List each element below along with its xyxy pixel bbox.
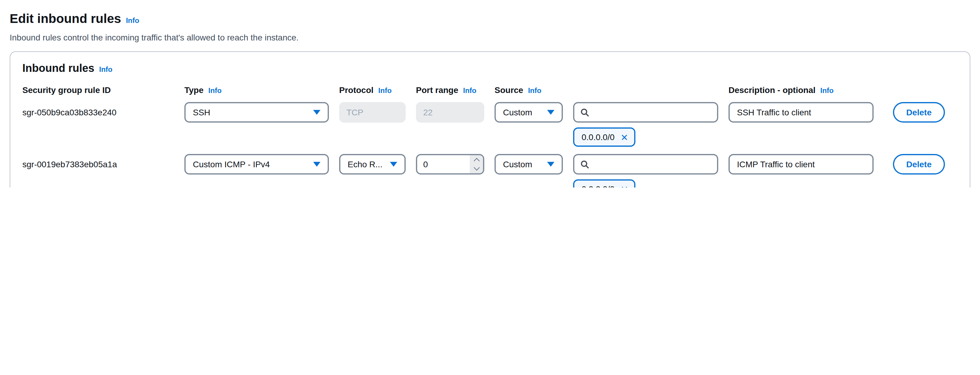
port-range-field-disabled: 22 <box>416 102 484 123</box>
source-token: 0.0.0.0/0 ✕ <box>573 127 635 147</box>
description-input[interactable]: ICMP Traffic to client <box>729 154 873 174</box>
source-info-link[interactable]: Info <box>528 86 541 95</box>
chevron-up-icon <box>473 158 479 164</box>
column-header-description: Description - optionalInfo <box>729 85 873 95</box>
chevron-down-icon <box>313 110 320 115</box>
source-search-input[interactable] <box>573 154 718 174</box>
protocol-info-link[interactable]: Info <box>379 86 392 95</box>
page-title-info-link[interactable]: Info <box>126 16 139 25</box>
type-select[interactable]: SSH <box>185 102 329 123</box>
table-header-row: Security group rule ID TypeInfo Protocol… <box>22 85 958 95</box>
remove-source-token-icon[interactable]: ✕ <box>620 133 628 142</box>
description-info-link[interactable]: Info <box>820 86 834 95</box>
column-header-protocol: ProtocolInfo <box>339 85 406 95</box>
page-subtitle: Inbound rules control the incoming traff… <box>10 32 970 43</box>
type-info-link[interactable]: Info <box>208 86 221 95</box>
protocol-field-disabled: TCP <box>339 102 406 123</box>
search-icon <box>581 108 589 117</box>
port-range-value[interactable]: 0 <box>417 155 470 173</box>
chevron-down-icon <box>547 162 554 167</box>
protocol-select[interactable]: Echo R... <box>339 154 406 174</box>
delete-rule-button[interactable]: Delete <box>893 154 945 174</box>
rule-row-ssh: sgr-050b9ca03b833e240 SSH TCP 22 Custom … <box>22 102 958 147</box>
port-range-info-link[interactable]: Info <box>463 86 476 95</box>
panel-title-info-link[interactable]: Info <box>99 65 113 74</box>
rule-id: sgr-0019eb7383eb05a1a <box>22 160 174 169</box>
inbound-rules-panel: Inbound rules Info Security group rule I… <box>10 51 970 188</box>
chevron-down-icon <box>313 162 320 167</box>
chevron-down-icon <box>473 165 479 171</box>
search-icon <box>581 160 589 169</box>
panel-title: Inbound rules <box>22 62 94 76</box>
rule-row-icmp: sgr-0019eb7383eb05a1a Custom ICMP - IPv4… <box>22 154 958 188</box>
edit-inbound-rules-page: Edit inbound rules Info Inbound rules co… <box>0 0 980 188</box>
source-token: 0.0.0.0/0 ✕ <box>573 179 635 188</box>
source-token-value: 0.0.0.0/0 <box>582 184 614 188</box>
page-title: Edit inbound rules <box>10 11 121 27</box>
rule-id: sgr-050b9ca03b833e240 <box>22 108 174 117</box>
page-header: Edit inbound rules Info <box>10 11 970 27</box>
delete-rule-button[interactable]: Delete <box>893 102 945 123</box>
column-header-type: TypeInfo <box>185 85 329 95</box>
stepper-buttons[interactable] <box>470 155 483 173</box>
description-input[interactable]: SSH Traffic to client <box>729 102 873 123</box>
chevron-down-icon <box>390 162 397 167</box>
source-search-input[interactable] <box>573 102 718 123</box>
column-header-port-range: Port rangeInfo <box>416 85 484 95</box>
source-token-value: 0.0.0.0/0 <box>582 132 614 142</box>
type-select[interactable]: Custom ICMP - IPv4 <box>185 154 329 174</box>
port-range-stepper[interactable]: 0 <box>416 154 484 174</box>
source-mode-select[interactable]: Custom <box>495 154 563 174</box>
chevron-down-icon <box>547 110 554 115</box>
column-header-source: SourceInfo <box>495 85 563 95</box>
remove-source-token-icon[interactable]: ✕ <box>620 185 628 188</box>
source-mode-select[interactable]: Custom <box>495 102 563 123</box>
column-header-rule-id: Security group rule ID <box>22 85 174 95</box>
